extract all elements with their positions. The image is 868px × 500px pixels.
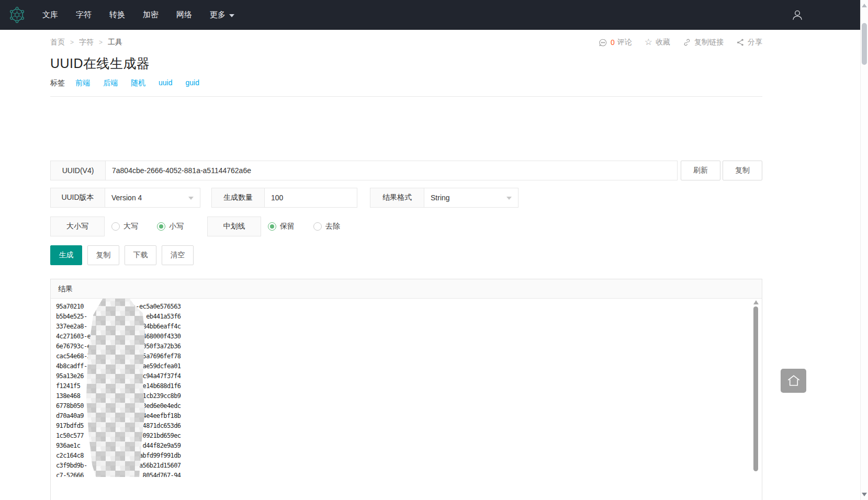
comments-count: 0 bbox=[611, 38, 615, 47]
share-icon bbox=[736, 38, 745, 47]
divider bbox=[50, 96, 762, 97]
chevron-down-icon bbox=[188, 197, 194, 200]
nav-more-label: 更多 bbox=[210, 10, 226, 20]
uuid-row: 4b8cadff- -4ae59dcfea01 bbox=[56, 361, 746, 371]
radio-icon bbox=[157, 222, 165, 231]
nav-item[interactable]: 字符 bbox=[76, 10, 92, 20]
clear-button[interactable]: 清空 bbox=[162, 245, 194, 265]
uuid-row: 95a70210 -ec5a0e576563 bbox=[56, 302, 746, 312]
share-button[interactable]: 分享 bbox=[736, 38, 762, 47]
case-radio-option[interactable]: 小写 bbox=[157, 222, 184, 231]
results-panel: 结果 95a70210 -ec5a0e576563b5b4e525- eb441… bbox=[50, 279, 762, 500]
tag-link[interactable]: 后端 bbox=[103, 78, 118, 88]
breadcrumb-current: 工具 bbox=[108, 38, 122, 47]
uuid-row: 1c50c577 0921bd659ec bbox=[56, 431, 746, 441]
breadcrumb-separator: > bbox=[70, 39, 74, 46]
uuid-row: 936ae1c d44f82e9a59 bbox=[56, 441, 746, 451]
format-field-label: 结果格式 bbox=[370, 188, 424, 208]
back-to-home-button[interactable] bbox=[781, 369, 806, 393]
dash-group-label: 中划线 bbox=[207, 217, 261, 236]
share-label: 分享 bbox=[748, 38, 762, 47]
format-selected-value: String bbox=[431, 194, 450, 202]
breadcrumb: 首页 > 字符 > 工具 bbox=[50, 38, 122, 47]
nav-item[interactable]: 转换 bbox=[109, 10, 125, 20]
uuid-list: 95a70210 -ec5a0e576563b5b4e525- eb441a53… bbox=[51, 299, 762, 477]
site-logo-icon[interactable] bbox=[9, 7, 25, 23]
results-scrollbar bbox=[753, 300, 759, 494]
radio-label: 保留 bbox=[280, 222, 295, 231]
uuid-row: 95a13e26 8c94a47f37f4 bbox=[56, 371, 746, 381]
results-scrollbar-thumb[interactable] bbox=[753, 306, 758, 471]
star-icon: ☆ bbox=[645, 38, 652, 47]
uuid-row: 4c271603-e -4468000f4330 bbox=[56, 332, 746, 342]
uuid-row: cac54e68-3 -a5a7696fef78 bbox=[56, 351, 746, 361]
tag-link[interactable]: guid bbox=[185, 78, 199, 88]
uuid-row: f1241f5 e14b688d1f6 bbox=[56, 381, 746, 391]
uuid-row: c3f9bd9b- -a56b21d15607 bbox=[56, 461, 746, 471]
pixelated-blur-overlay bbox=[86, 299, 145, 477]
page-scroll-down-arrow-icon[interactable] bbox=[862, 493, 867, 496]
dash-radio-option[interactable]: 保留 bbox=[268, 222, 295, 231]
radio-icon bbox=[268, 222, 276, 231]
breadcrumb-link-home[interactable]: 首页 bbox=[50, 38, 65, 47]
page-toolbar: 0 评论 ☆ 收藏 复制链接 分享 bbox=[586, 38, 762, 47]
tag-link[interactable]: 前端 bbox=[75, 78, 90, 88]
nav-item[interactable]: 加密 bbox=[143, 10, 159, 20]
dash-radio-option[interactable]: 去除 bbox=[313, 222, 340, 231]
version-selected-value: Version 4 bbox=[111, 194, 142, 202]
nav-item[interactable]: 文库 bbox=[42, 10, 58, 20]
copy-uuid-button[interactable]: 复制 bbox=[723, 161, 762, 180]
page-scrollbar bbox=[860, 0, 868, 500]
download-button[interactable]: 下载 bbox=[125, 245, 156, 265]
uuid-row: 6e76793c-e -d050f3a72b36 bbox=[56, 342, 746, 351]
radio-icon bbox=[313, 222, 322, 231]
breadcrumb-link-section[interactable]: 字符 bbox=[79, 38, 94, 47]
uuid-row: 337ee2a8- d84bb6eaff4c bbox=[56, 322, 746, 332]
copy-results-button[interactable]: 复制 bbox=[87, 245, 119, 265]
chevron-down-icon bbox=[506, 197, 512, 200]
breadcrumb-separator: > bbox=[99, 39, 103, 46]
uuid-row: b5b4e525- eb441a53f6 bbox=[56, 312, 746, 322]
favorite-label: 收藏 bbox=[656, 38, 670, 47]
uuid-value-input[interactable] bbox=[105, 161, 678, 180]
count-input[interactable] bbox=[264, 188, 357, 208]
uuid-row: 6778b050 3ed6e0e4edc bbox=[56, 401, 746, 411]
copy-link-button[interactable]: 复制链接 bbox=[683, 38, 724, 47]
favorite-button[interactable]: ☆ 收藏 bbox=[645, 38, 670, 47]
page-title: UUID在线生成器 bbox=[50, 55, 762, 72]
comment-icon bbox=[599, 38, 607, 47]
comments-button[interactable]: 0 评论 bbox=[599, 38, 632, 47]
uuid-field-label: UUID(V4) bbox=[50, 161, 105, 180]
scroll-up-arrow-icon[interactable] bbox=[753, 300, 759, 304]
comments-label: 评论 bbox=[617, 38, 632, 47]
chevron-down-icon bbox=[229, 14, 234, 17]
case-group-label: 大小写 bbox=[50, 217, 105, 236]
version-field-label: UUID版本 bbox=[50, 188, 105, 208]
main-content: 首页 > 字符 > 工具 0 评论 ☆ 收藏 bbox=[50, 30, 762, 500]
radio-label: 小写 bbox=[169, 222, 184, 231]
copy-link-label: 复制链接 bbox=[694, 38, 724, 47]
refresh-button[interactable]: 刷新 bbox=[681, 161, 720, 180]
tags-label: 标签 bbox=[50, 78, 65, 88]
home-icon bbox=[786, 373, 802, 389]
format-select[interactable]: String bbox=[424, 188, 518, 208]
radio-icon bbox=[111, 222, 120, 231]
nav-item[interactable]: 网络 bbox=[176, 10, 192, 20]
top-navigation: 文库字符转换加密网络 更多 bbox=[0, 0, 868, 30]
uuid-row: 917bdfd5 4871dc653d6 bbox=[56, 421, 746, 431]
uuid-row: 138e468 f1cb239cc8b9 bbox=[56, 391, 746, 401]
page-scroll-up-arrow-icon[interactable] bbox=[862, 4, 867, 7]
radio-label: 去除 bbox=[325, 222, 340, 231]
results-header: 结果 bbox=[51, 279, 762, 299]
case-radio-option[interactable]: 大写 bbox=[111, 222, 138, 231]
link-icon bbox=[683, 38, 691, 47]
nav-item-more[interactable]: 更多 bbox=[210, 10, 234, 20]
tag-link[interactable]: uuid bbox=[159, 78, 172, 88]
user-icon[interactable] bbox=[791, 8, 804, 24]
generate-button[interactable]: 生成 bbox=[50, 245, 82, 265]
count-field-label: 生成数量 bbox=[211, 188, 264, 208]
version-select[interactable]: Version 4 bbox=[105, 188, 200, 208]
page-scrollbar-thumb[interactable] bbox=[862, 23, 867, 65]
tag-link[interactable]: 随机 bbox=[131, 78, 145, 88]
uuid-row: c2c164c8 abfd99f991db bbox=[56, 451, 746, 461]
